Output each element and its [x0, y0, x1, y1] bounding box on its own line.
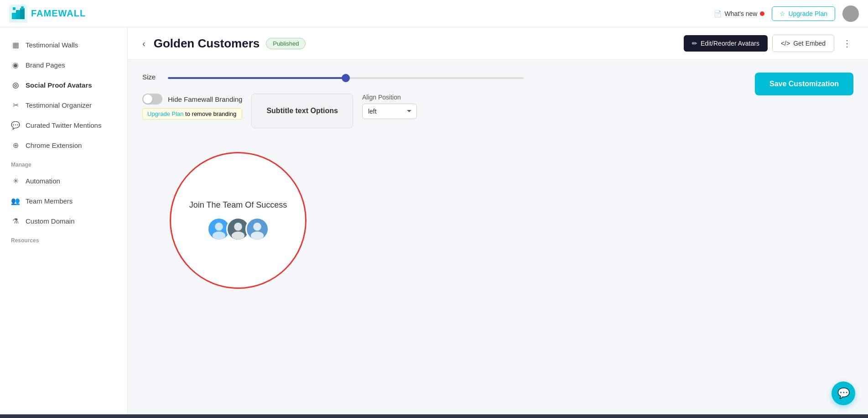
- hide-branding-label: Hide Famewall Branding: [168, 95, 242, 103]
- manage-section-label: Manage: [0, 155, 127, 171]
- size-slider[interactable]: [168, 77, 524, 79]
- chat-icon: 💬: [837, 387, 850, 399]
- star-icon: ☆: [780, 10, 785, 17]
- code-icon: </>: [781, 40, 790, 47]
- svg-point-11: [253, 222, 261, 230]
- sidebar-item-label: Chrome Extension: [26, 141, 82, 149]
- social-proof-icon: ◎: [11, 80, 20, 89]
- logo-text: FAMEWALL: [31, 8, 86, 19]
- chrome-icon: ⊕: [11, 141, 20, 150]
- header-actions: ✏ Edit/Reorder Avatars </> Get Embed ⋮: [684, 35, 855, 52]
- svg-point-9: [234, 222, 242, 230]
- main-content: ‹ Golden Customers Published ✏ Edit/Reor…: [128, 27, 868, 414]
- notification-dot: [760, 11, 764, 16]
- sidebar-item-chrome-extension[interactable]: ⊕ Chrome Extension: [0, 135, 127, 155]
- save-customization-button[interactable]: Save Customization: [755, 73, 853, 95]
- toggle-row: Hide Famewall Branding: [142, 94, 242, 104]
- sidebar: ▦ Testimonial Walls ◉ Brand Pages ◎ Soci…: [0, 27, 128, 414]
- automation-icon: ✳: [11, 176, 20, 185]
- page-header: ‹ Golden Customers Published ✏ Edit/Reor…: [128, 27, 868, 60]
- more-options-button[interactable]: ⋮: [839, 36, 855, 51]
- twitter-icon: 💬: [11, 120, 20, 130]
- sidebar-item-testimonial-organizer[interactable]: ✂ Testimonial Organizer: [0, 95, 127, 115]
- hide-branding-toggle[interactable]: [142, 94, 162, 104]
- toggle-knob: [143, 94, 152, 104]
- edit-reorder-label: Edit/Reorder Avatars: [701, 40, 759, 47]
- sidebar-item-label: Team Members: [26, 197, 73, 205]
- published-badge: Published: [266, 38, 306, 49]
- top-navigation: FAMEWALL 📄 What's new ☆ Upgrade Plan: [0, 0, 868, 27]
- famewall-logo-icon: [9, 5, 27, 23]
- team-icon: 👥: [11, 196, 20, 205]
- page-title: Golden Customers: [154, 37, 260, 51]
- align-select[interactable]: left center right: [362, 104, 417, 119]
- align-section: Align Position left center right: [362, 94, 417, 119]
- edit-reorder-button[interactable]: ✏ Edit/Reorder Avatars: [684, 35, 768, 52]
- align-label: Align Position: [362, 94, 417, 101]
- get-embed-label: Get Embed: [793, 40, 826, 47]
- sidebar-item-label: Social Proof Avatars: [26, 81, 92, 89]
- brand-pages-icon: ◉: [11, 60, 20, 69]
- options-row: Hide Famewall Branding Upgrade Plan to r…: [142, 94, 853, 128]
- logo: FAMEWALL: [9, 5, 86, 23]
- sidebar-item-team-members[interactable]: 👥 Team Members: [0, 191, 127, 211]
- svg-point-12: [251, 231, 264, 240]
- bottom-bar: [0, 414, 868, 418]
- sidebar-item-label: Curated Twitter Mentions: [26, 121, 101, 129]
- svg-rect-5: [21, 6, 24, 9]
- sidebar-item-social-proof-avatars[interactable]: ◎ Social Proof Avatars ←: [0, 75, 127, 95]
- svg-rect-3: [20, 8, 25, 19]
- upgrade-note: Upgrade Plan to remove branding: [142, 108, 242, 120]
- sidebar-item-brand-pages[interactable]: ◉ Brand Pages: [0, 55, 127, 75]
- back-button[interactable]: ‹: [140, 38, 147, 49]
- sidebar-item-testimonial-walls[interactable]: ▦ Testimonial Walls: [0, 35, 127, 55]
- preview-title: Join The Team Of Success: [189, 200, 287, 210]
- user-avatar[interactable]: [842, 5, 859, 22]
- svg-rect-1: [12, 13, 16, 19]
- sidebar-item-label: Brand Pages: [26, 61, 65, 69]
- app-body: ▦ Testimonial Walls ◉ Brand Pages ◎ Soci…: [0, 27, 868, 414]
- svg-rect-4: [13, 7, 16, 10]
- domain-icon: ⚗: [11, 216, 20, 225]
- sidebar-item-automation[interactable]: ✳ Automation: [0, 171, 127, 191]
- get-embed-button[interactable]: </> Get Embed: [772, 35, 834, 52]
- slider-container: [168, 73, 524, 81]
- sidebar-item-label: Custom Domain: [26, 217, 75, 225]
- avatar-3: [245, 217, 269, 241]
- upgrade-plan-link[interactable]: Upgrade Plan: [147, 110, 184, 117]
- size-label: Size: [142, 73, 161, 81]
- upgrade-plan-label: Upgrade Plan: [788, 10, 827, 17]
- testimonial-organizer-icon: ✂: [11, 100, 20, 110]
- size-row: Size: [142, 73, 853, 81]
- chat-button[interactable]: 💬: [832, 381, 855, 405]
- sidebar-item-label: Automation: [26, 177, 60, 185]
- sidebar-item-label: Testimonial Organizer: [26, 101, 92, 109]
- content-area: Save Customization Size Hide Famewall Br…: [128, 60, 868, 414]
- resources-section-label: Resources: [0, 231, 127, 246]
- sidebar-item-custom-domain[interactable]: ⚗ Custom Domain: [0, 211, 127, 231]
- sidebar-item-label: Testimonial Walls: [26, 41, 78, 49]
- whats-new-button[interactable]: 📄 What's new: [714, 10, 764, 17]
- preview-area: Join The Team Of Success: [142, 143, 853, 289]
- branding-section: Hide Famewall Branding Upgrade Plan to r…: [142, 94, 242, 120]
- subtitle-text-options-button[interactable]: Subtitle text Options: [251, 94, 353, 128]
- testimonial-walls-icon: ▦: [11, 40, 20, 49]
- whats-new-label: What's new: [724, 10, 757, 17]
- document-icon: 📄: [714, 10, 722, 17]
- avatars-row: [207, 217, 269, 241]
- upgrade-plan-button[interactable]: ☆ Upgrade Plan: [772, 6, 835, 21]
- edit-icon: ✏: [692, 40, 697, 47]
- avatar-3-icon: [247, 217, 268, 241]
- svg-rect-2: [16, 10, 21, 19]
- preview-circle: Join The Team Of Success: [170, 152, 307, 289]
- svg-point-10: [232, 231, 244, 240]
- sidebar-item-curated-twitter-mentions[interactable]: 💬 Curated Twitter Mentions: [0, 115, 127, 135]
